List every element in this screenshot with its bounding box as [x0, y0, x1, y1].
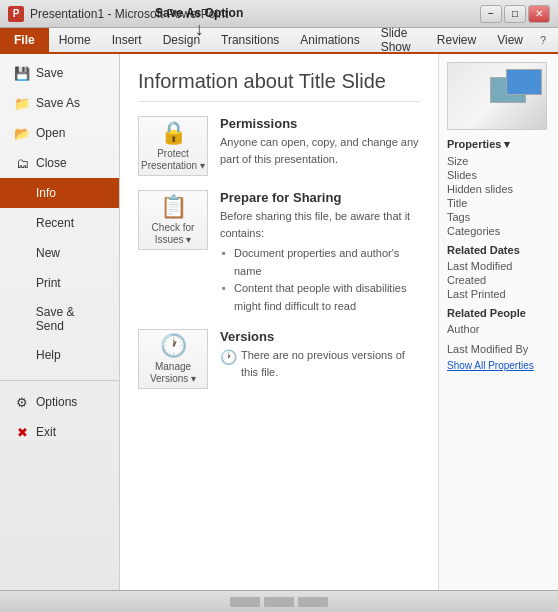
title-bar: P Presentation1 - Microsoft PowerPoint −… [0, 0, 558, 28]
ribbon: File Home Insert Design Transitions Anim… [0, 28, 558, 54]
slide-thumbnail [447, 62, 547, 130]
check-issues-label: Check forIssues ▾ [152, 222, 195, 246]
related-people-section-title: Related People [447, 307, 550, 319]
versions-description: 🕐 There are no previous versions of this… [220, 347, 420, 380]
right-panel: Properties ▾ Size Slides Hidden slides T… [438, 54, 558, 590]
show-all-properties-link[interactable]: Show All Properties [447, 360, 550, 371]
related-people-label: Related People [447, 307, 526, 319]
prop-slides: Slides [447, 168, 550, 182]
sidebar-item-print-label: Print [36, 276, 61, 290]
save-send-icon [14, 311, 30, 327]
sidebar-item-help[interactable]: Help [0, 340, 119, 370]
exit-icon: ✖ [14, 424, 30, 440]
minimize-button[interactable]: − [480, 5, 502, 23]
status-seg-2 [264, 597, 294, 607]
versions-section: 🕐 ManageVersions ▾ Versions 🕐 There are … [138, 329, 420, 389]
sharing-list-item-2: Content that people with disabilities mi… [220, 280, 420, 315]
no-versions-icon: 🕐 [220, 347, 237, 368]
app-window: Save As Option ↓ P Presentation1 - Micro… [0, 0, 558, 612]
sidebar-item-save-send-label: Save & Send [36, 305, 105, 333]
close-button[interactable]: ✕ [528, 5, 550, 23]
page-title: Information about Title Slide [138, 70, 420, 102]
prop-hidden-slides: Hidden slides [447, 182, 550, 196]
prop-tags: Tags [447, 210, 550, 224]
sidebar-item-save-as-label: Save As [36, 96, 80, 110]
sidebar: 💾 Save 📁 Save As 📂 Open 🗂 Close Info [0, 54, 120, 590]
recent-icon [14, 215, 30, 231]
permissions-section: 🔒 ProtectPresentation ▾ Permissions Anyo… [138, 116, 420, 176]
content-area: Information about Title Slide 🔒 ProtectP… [120, 54, 438, 590]
last-modified-by-label: Last Modified By [447, 342, 550, 356]
versions-heading: Versions [220, 329, 420, 344]
related-dates-section-title: Related Dates [447, 244, 550, 256]
sidebar-item-recent[interactable]: Recent [0, 208, 119, 238]
permissions-description: Anyone can open, copy, and change any pa… [220, 134, 420, 167]
protect-presentation-label: ProtectPresentation ▾ [141, 148, 205, 172]
sidebar-item-save-label: Save [36, 66, 63, 80]
tab-home[interactable]: Home [49, 28, 102, 52]
sidebar-item-exit[interactable]: ✖ Exit [0, 417, 119, 447]
annotation-arrow-icon: ↓ [195, 20, 204, 38]
tab-insert[interactable]: Insert [102, 28, 153, 52]
prop-created: Created [447, 273, 550, 287]
sidebar-item-print[interactable]: Print [0, 268, 119, 298]
prop-size: Size [447, 154, 550, 168]
versions-text: Versions 🕐 There are no previous version… [220, 329, 420, 380]
options-icon: ⚙ [14, 394, 30, 410]
file-tab[interactable]: File [0, 28, 49, 52]
permissions-heading: Permissions [220, 116, 420, 131]
tab-animations[interactable]: Animations [290, 28, 370, 52]
sidebar-item-open[interactable]: 📂 Open [0, 118, 119, 148]
tab-view[interactable]: View [487, 28, 534, 52]
sidebar-item-save-as[interactable]: 📁 Save As [0, 88, 119, 118]
versions-icon: 🕐 [160, 333, 187, 359]
properties-section-title[interactable]: Properties ▾ [447, 138, 550, 151]
sidebar-item-save[interactable]: 💾 Save [0, 58, 119, 88]
sharing-list: Document properties and author's name Co… [220, 245, 420, 315]
manage-versions-label: ManageVersions ▾ [150, 361, 196, 385]
sidebar-item-close[interactable]: 🗂 Close [0, 148, 119, 178]
status-bar-content [230, 597, 328, 607]
tab-slideshow[interactable]: Slide Show [371, 28, 427, 52]
check-issues-button[interactable]: 📋 Check forIssues ▾ [138, 190, 208, 250]
print-icon [14, 275, 30, 291]
tab-review[interactable]: Review [427, 28, 487, 52]
sidebar-item-new[interactable]: New [0, 238, 119, 268]
check-issues-icon: 📋 [160, 194, 187, 220]
sidebar-item-new-label: New [36, 246, 60, 260]
sidebar-item-help-label: Help [36, 348, 61, 362]
open-icon: 📂 [14, 125, 30, 141]
sharing-text: Prepare for Sharing Before sharing this … [220, 190, 420, 315]
lock-icon: 🔒 [160, 120, 187, 146]
sidebar-bottom-divider [0, 380, 119, 387]
sidebar-item-info[interactable]: Info [0, 178, 119, 208]
permissions-text: Permissions Anyone can open, copy, and c… [220, 116, 420, 167]
main-layout: 💾 Save 📁 Save As 📂 Open 🗂 Close Info [0, 54, 558, 590]
sharing-description: Before sharing this file, be aware that … [220, 208, 420, 241]
sidebar-item-close-label: Close [36, 156, 67, 170]
info-icon [14, 185, 30, 201]
annotation: Save As Option ↓ [155, 6, 243, 38]
related-dates-label: Related Dates [447, 244, 520, 256]
annotation-label: Save As Option [155, 6, 243, 20]
status-seg-3 [298, 597, 328, 607]
thumbnail-slide-front [506, 69, 542, 95]
manage-versions-button[interactable]: 🕐 ManageVersions ▾ [138, 329, 208, 389]
no-versions-text: There are no previous versions of this f… [241, 347, 420, 380]
window-controls: − □ ✕ [480, 5, 550, 23]
maximize-button[interactable]: □ [504, 5, 526, 23]
help-icon[interactable]: ? [534, 31, 552, 49]
prop-last-printed: Last Printed [447, 287, 550, 301]
sidebar-item-save-send[interactable]: Save & Send [0, 298, 119, 340]
sidebar-item-options[interactable]: ⚙ Options [0, 387, 119, 417]
new-icon [14, 245, 30, 261]
sidebar-item-options-label: Options [36, 395, 77, 409]
status-bar [0, 590, 558, 612]
ribbon-right: ? [534, 28, 558, 52]
protect-presentation-button[interactable]: 🔒 ProtectPresentation ▾ [138, 116, 208, 176]
sharing-heading: Prepare for Sharing [220, 190, 420, 205]
save-icon: 💾 [14, 65, 30, 81]
prop-last-modified: Last Modified [447, 259, 550, 273]
prepare-sharing-section: 📋 Check forIssues ▾ Prepare for Sharing … [138, 190, 420, 315]
sidebar-item-info-label: Info [36, 186, 56, 200]
